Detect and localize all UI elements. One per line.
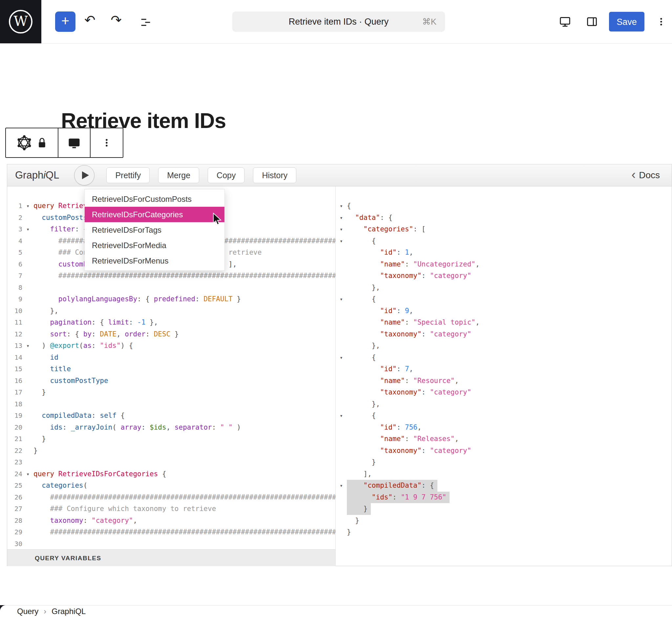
code-line: ▾ { [336,410,672,422]
fold-gutter [336,445,347,457]
line-number: 30 [7,538,22,550]
code-line: "id": 9, [336,305,672,317]
dropdown-item[interactable]: RetrieveIDsForMenus [85,253,224,268]
code-line: "id": 756, [336,422,672,434]
fold-gutter [22,492,33,503]
fold-gutter [22,305,33,317]
dropdown-item[interactable]: RetrieveIDsForTags [85,222,224,238]
fold-arrow-icon[interactable]: ▾ [22,223,33,235]
breadcrumb: Query › GraphiQL [0,605,672,617]
fold-gutter [22,317,33,329]
block-type-button[interactable] [6,128,58,157]
code-line: }, [336,340,672,352]
line-number: 12 [7,329,22,340]
fold-arrow-icon[interactable]: ▾ [22,468,33,480]
line-number: 15 [7,363,22,375]
lock-icon [37,137,47,148]
fold-arrow-icon[interactable]: ▾ [336,223,347,235]
fold-gutter [336,468,347,480]
dropdown-item[interactable]: RetrieveIDsForCategories [85,207,224,222]
code-line: 12 sort: { by: DATE, order: DESC } [7,329,335,340]
line-number: 26 [7,492,22,503]
dropdown-item[interactable]: RetrieveIDsForCustomPosts [85,191,224,207]
breadcrumb-item-graphiql[interactable]: GraphiQL [51,607,86,616]
fold-arrow-icon[interactable]: ▾ [336,293,347,305]
block-inserter-button[interactable]: + [55,11,75,32]
code-line: 10 }, [7,305,335,317]
line-number: 20 [7,422,22,434]
code-line: "taxonomy": "category" [336,329,672,340]
fold-arrow-icon[interactable]: ▾ [336,235,347,247]
list-view-button[interactable] [139,16,152,30]
fold-gutter [22,212,33,224]
undo-button[interactable]: ↶ [81,12,99,28]
code-line: 11 pagination: { limit: -1 }, [7,317,335,329]
fold-gutter [22,352,33,364]
document-switcher-label: Retrieve item IDs · Query [289,17,389,27]
line-number: 5 [7,247,22,259]
line-number: 21 [7,433,22,445]
settings-sidebar-toggle[interactable] [585,15,599,29]
fold-arrow-icon[interactable]: ▾ [336,480,347,492]
block-options-button[interactable] [90,128,123,157]
panel-layout-icon [585,15,599,28]
code-line: ▾ { [336,352,672,364]
code-line: "taxonomy": "category" [336,445,672,457]
fold-gutter [22,445,33,457]
fold-arrow-icon[interactable]: ▾ [22,340,33,352]
line-number: 7 [7,270,22,282]
code-line: 16 customPostType [7,375,335,387]
fold-arrow-icon[interactable]: ▾ [336,352,347,364]
line-number: 6 [7,259,22,270]
fold-gutter [22,375,33,387]
fold-gutter [22,259,33,270]
merge-button[interactable]: Merge [158,167,199,183]
fold-gutter [22,538,33,550]
kebab-icon [656,14,666,29]
fold-arrow-icon[interactable]: ▾ [336,410,347,422]
code-line: } [336,515,672,527]
code-line: 24▾query RetrieveIDsForCategories { [7,468,335,480]
code-line: 25 categories( [7,480,335,492]
code-line: "ids": "1 9 7 756" [336,492,672,503]
code-line: 30 [7,538,335,550]
fold-gutter [22,480,33,492]
fold-gutter [22,398,33,410]
document-switcher[interactable]: Retrieve item IDs · Query ⌘K [232,11,445,32]
block-display-button[interactable] [58,128,90,157]
preview-button[interactable] [558,15,572,29]
prettify-button[interactable]: Prettify [106,167,150,183]
code-line: 23 [7,456,335,468]
line-number: 8 [7,282,22,294]
code-line: 14 id [7,352,335,364]
save-button[interactable]: Save [609,12,644,31]
redo-button[interactable]: ↷ [107,12,125,28]
block-toolbar [5,128,124,158]
fold-gutter [22,329,33,340]
fold-arrow-icon[interactable]: ▾ [336,212,347,224]
fold-gutter [336,433,347,445]
fold-gutter [336,259,347,270]
play-icon [82,171,89,179]
fold-arrow-icon[interactable]: ▾ [22,200,33,212]
history-button[interactable]: History [253,167,296,183]
code-line: }, [336,282,672,294]
code-line: 15 title [7,363,335,375]
code-line: "name": "Special topic", [336,317,672,329]
chevron-left-icon: ‹ [632,168,636,181]
wordpress-logo-icon: W [9,10,32,33]
copy-button[interactable]: Copy [208,167,244,183]
code-line: } [336,527,672,538]
breadcrumb-item-query[interactable]: Query [17,607,38,616]
code-line: ], [336,468,672,480]
line-number: 13 [7,340,22,352]
line-number: 27 [7,503,22,515]
wordpress-logo[interactable]: W [0,0,41,43]
docs-toggle[interactable]: ‹ Docs [632,170,660,181]
query-variables-toggle[interactable]: QUERY VARIABLES [7,550,335,566]
list-view-icon [139,16,152,29]
dropdown-item[interactable]: RetrieveIDsForMedia [85,238,224,253]
fold-arrow-icon[interactable]: ▾ [336,200,347,212]
execute-query-button[interactable] [74,165,94,185]
options-menu-button[interactable] [656,14,666,30]
